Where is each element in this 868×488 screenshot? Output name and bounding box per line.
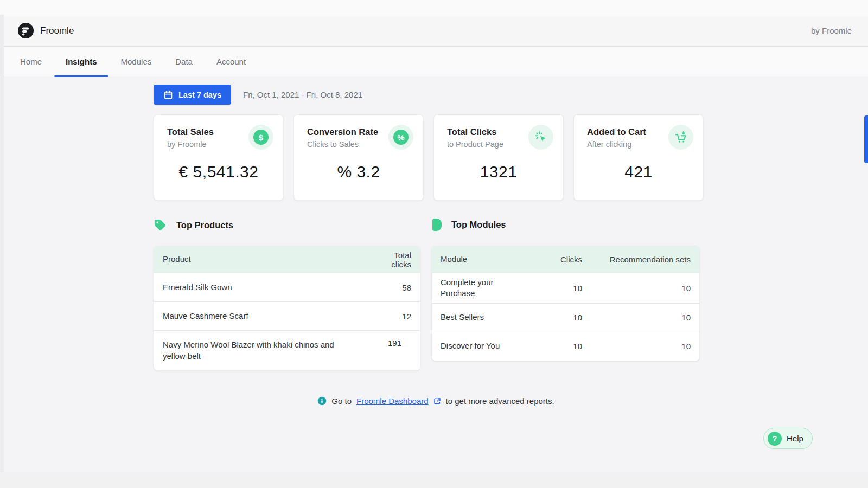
tab-modules[interactable]: Modules: [121, 47, 152, 76]
left-gutter: [0, 15, 4, 472]
note-suffix: to get more advanced reports.: [446, 396, 554, 406]
metric-card-total-sales: Total Sales by Froomle $ € 5,541.32: [154, 114, 284, 201]
date-range-text: Fri, Oct 1, 2021 - Fri, Oct 8, 2021: [243, 90, 362, 99]
edge-feedback-tab[interactable]: [864, 115, 868, 163]
module-name: Complete your Purchase: [441, 277, 525, 299]
section-title-text: Top Modules: [451, 220, 506, 230]
metric-value: € 5,541.32: [154, 163, 283, 181]
calendar-icon: [163, 90, 173, 100]
metric-card-conversion-rate: Conversion Rate Clicks to Sales % % 3.2: [293, 114, 424, 201]
tab-home[interactable]: Home: [20, 47, 42, 76]
app-header: Froomle by Froomle: [4, 15, 868, 47]
table-row[interactable]: Mauve Cashmere Scarf 12: [154, 301, 420, 330]
froomle-logo-icon: [18, 23, 34, 38]
table-row[interactable]: Best Sellers 10 10: [432, 303, 699, 332]
metric-card-total-clicks: Total Clicks to Product Page 1: [433, 114, 564, 201]
froomle-dashboard-link[interactable]: Froomle Dashboard: [356, 396, 429, 406]
brand-name: Froomle: [40, 25, 74, 36]
module-recsets: 10: [582, 313, 691, 322]
date-filter-label: Last 7 days: [178, 91, 221, 99]
question-icon: ?: [768, 432, 782, 446]
note-prefix: Go to: [331, 396, 352, 406]
col-recommendation-sets: Recommendation sets: [582, 255, 691, 264]
brand: Froomle: [18, 23, 74, 38]
table-row[interactable]: Emerald Silk Gown 58: [154, 273, 420, 301]
col-total-clicks: Total clicks: [373, 251, 411, 269]
metric-value: % 3.2: [294, 163, 423, 181]
percent-icon: %: [388, 125, 413, 150]
external-link-icon[interactable]: [433, 397, 441, 405]
tab-insights[interactable]: Insights: [66, 47, 97, 76]
dollar-icon: $: [248, 125, 273, 150]
cart-add-icon: [668, 125, 693, 150]
table-header-row: Product Total clicks: [154, 246, 420, 273]
product-clicks: 191: [363, 335, 401, 348]
top-modules-header: Top Modules: [432, 219, 506, 231]
tab-data[interactable]: Data: [175, 47, 193, 76]
module-clicks: 10: [525, 342, 582, 351]
product-clicks: 12: [373, 312, 411, 321]
product-name: Emerald Silk Gown: [163, 282, 373, 293]
module-icon: [432, 219, 442, 231]
product-name: Navy Merino Wool Blazer with khaki chino…: [163, 339, 363, 362]
info-icon: [317, 396, 327, 406]
module-recsets: 10: [582, 342, 691, 351]
col-module: Module: [441, 254, 525, 265]
cursor-click-icon: [528, 125, 553, 150]
product-name: Mauve Cashmere Scarf: [163, 311, 373, 322]
top-modules-table: Module Clicks Recommendation sets Comple…: [431, 246, 700, 361]
module-recsets: 10: [582, 284, 691, 293]
froomle-insights-page: Froomle by Froomle Home Insights Modules…: [0, 0, 868, 488]
section-title-text: Top Products: [176, 220, 233, 230]
help-label: Help: [787, 434, 803, 443]
date-filter-button[interactable]: Last 7 days: [154, 85, 231, 105]
nav-bar: Home Insights Modules Data Account: [4, 47, 868, 76]
bottom-strip: [0, 472, 868, 488]
top-products-header: Top Products: [154, 219, 233, 232]
date-toolbar: Last 7 days Fri, Oct 1, 2021 - Fri, Oct …: [154, 85, 362, 105]
module-clicks: 10: [525, 313, 582, 322]
product-clicks: 58: [373, 283, 411, 292]
help-button[interactable]: ? Help: [763, 428, 813, 449]
module-name: Best Sellers: [441, 312, 525, 323]
metric-card-added-to-cart: Added to Cart After clicking 421: [573, 114, 704, 201]
table-row[interactable]: Navy Merino Wool Blazer with khaki chino…: [154, 330, 420, 370]
metric-value: 1321: [434, 163, 563, 181]
module-clicks: 10: [525, 284, 582, 293]
tag-icon: [154, 219, 167, 232]
browser-top-strip: [0, 0, 868, 15]
col-product: Product: [163, 254, 373, 265]
dashboard-link-note: Go to Froomle Dashboard to get more adva…: [4, 396, 868, 406]
col-clicks: Clicks: [525, 255, 582, 264]
tab-account[interactable]: Account: [216, 47, 246, 76]
table-row[interactable]: Complete your Purchase 10 10: [432, 273, 699, 303]
module-name: Discover for You: [441, 341, 525, 351]
table-row[interactable]: Discover for You 10 10: [432, 332, 699, 361]
top-products-table: Product Total clicks Emerald Silk Gown 5…: [154, 246, 420, 371]
table-header-row: Module Clicks Recommendation sets: [432, 246, 699, 273]
main-content: Last 7 days Fri, Oct 1, 2021 - Fri, Oct …: [4, 76, 868, 472]
byline: by Froomle: [811, 26, 852, 35]
metric-cards: Total Sales by Froomle $ € 5,541.32 Conv…: [154, 114, 704, 201]
metric-value: 421: [574, 163, 703, 181]
